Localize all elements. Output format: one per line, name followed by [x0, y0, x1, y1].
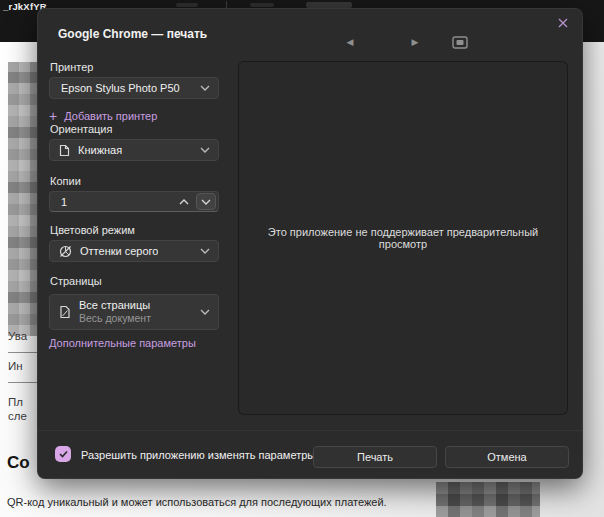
print-button[interactable]: Печать — [313, 446, 437, 468]
print-preview-panel: Это приложение не поддерживает предварит… — [238, 61, 568, 415]
orientation-value: Книжная — [78, 144, 122, 156]
checkmark-icon — [59, 450, 68, 458]
copies-input[interactable] — [61, 196, 151, 208]
all-pages-icon — [59, 305, 71, 319]
next-page-button[interactable]: ▶ — [403, 33, 427, 51]
next-page-icon: ▶ — [412, 37, 419, 47]
page-text-fragment: Ин — [8, 360, 23, 372]
color-mode-select[interactable]: Оттенки серого — [49, 240, 219, 262]
chevron-down-icon — [200, 309, 210, 315]
chevron-up-icon — [179, 199, 189, 205]
prev-page-icon: ◀ — [347, 37, 354, 47]
chevron-down-icon — [201, 199, 211, 205]
dialog-title: Google Chrome — печать — [58, 27, 207, 41]
close-button[interactable] — [552, 13, 574, 33]
pages-subtitle: Весь документ — [79, 312, 151, 325]
page-text-fragment: сле — [8, 410, 27, 422]
previous-page-button[interactable]: ◀ — [338, 33, 362, 51]
fit-to-page-button[interactable] — [448, 33, 472, 51]
allow-modify-checkbox[interactable] — [55, 446, 71, 462]
add-printer-label: Добавить принтер — [64, 110, 157, 122]
page-divider — [8, 352, 38, 353]
blurred-content-block — [8, 62, 40, 336]
copies-decrement-button[interactable] — [196, 193, 216, 210]
copies-stepper — [49, 191, 219, 212]
portrait-page-icon — [59, 144, 70, 157]
qr-caption-text: QR-код уникальный и может использоваться… — [7, 496, 387, 508]
pages-label: Страницы — [50, 275, 102, 287]
printer-value: Epson Stylus Photo P50 — [61, 82, 180, 94]
preview-message: Это приложение не поддерживает предварит… — [239, 226, 567, 250]
color-mode-label: Цветовой режим — [50, 224, 135, 236]
footer-divider — [38, 430, 582, 431]
page-text-fragment: Ува — [8, 330, 27, 342]
chevron-down-icon — [200, 248, 210, 254]
plus-icon: + — [49, 111, 57, 121]
toolbar-fragment — [250, 3, 274, 7]
printer-label: Принтер — [50, 61, 93, 73]
printer-select[interactable]: Epson Stylus Photo P50 — [49, 77, 219, 99]
chevron-down-icon — [200, 147, 210, 153]
more-settings-label: Дополнительные параметры — [49, 337, 196, 349]
orientation-select[interactable]: Книжная — [49, 139, 219, 161]
page-divider — [8, 382, 38, 383]
copies-label: Копии — [50, 175, 81, 187]
copies-increment-button[interactable] — [174, 193, 194, 210]
fit-page-icon — [452, 36, 468, 49]
color-mode-value: Оттенки серого — [80, 245, 158, 257]
toolbar-fragment — [176, 3, 198, 7]
allow-modify-label: Разрешить приложению изменять параметры … — [81, 449, 353, 461]
qr-code-blurred — [436, 482, 540, 517]
cancel-button[interactable]: Отмена — [445, 446, 569, 468]
chevron-down-icon — [200, 85, 210, 91]
page-text-fragment: Пл — [8, 396, 23, 408]
close-icon — [558, 18, 568, 28]
page-heading-fragment: Со — [7, 453, 30, 473]
pages-select[interactable]: Все страницы Весь документ — [49, 294, 219, 330]
orientation-label: Ориентация — [50, 123, 112, 135]
print-dialog: Google Chrome — печать ◀ ▶ Принтер Epson… — [37, 8, 583, 479]
more-settings-button[interactable]: Дополнительные параметры — [49, 337, 196, 349]
pages-value: Все страницы — [79, 299, 151, 313]
add-printer-button[interactable]: + Добавить принтер — [49, 110, 157, 122]
grayscale-icon — [59, 245, 72, 258]
